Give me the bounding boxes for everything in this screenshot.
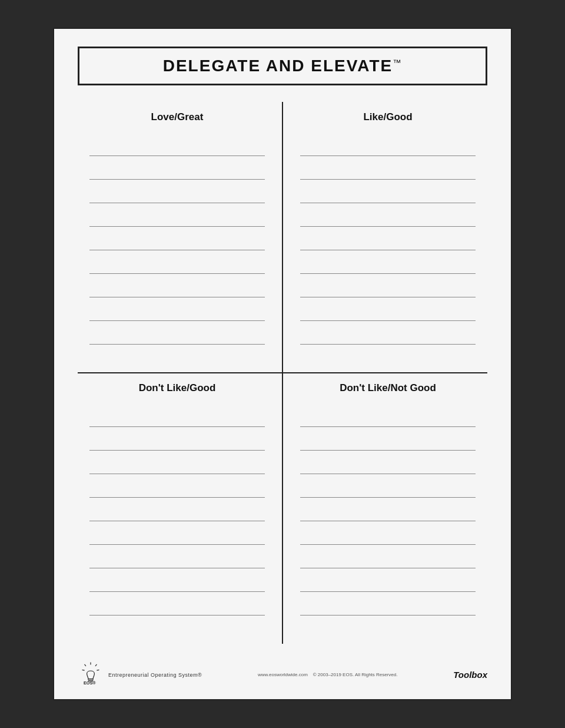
write-line — [89, 546, 265, 568]
svg-line-1 — [95, 664, 97, 666]
footer: EOS® Entrepreneurial Operating System® w… — [78, 657, 487, 687]
write-line — [300, 522, 476, 545]
quadrant-bottom-left-lines — [89, 405, 265, 617]
page: DELEGATE AND ELEVATE™ Love/Great Like/Go… — [53, 28, 512, 700]
quadrant-top-right: Like/Good — [282, 102, 487, 373]
quadrant-container: Love/Great Like/Good — [78, 102, 487, 644]
write-line — [300, 299, 476, 321]
write-line — [89, 228, 265, 250]
write-line — [89, 593, 265, 616]
write-line — [89, 204, 265, 227]
svg-line-2 — [97, 670, 99, 670]
write-line — [89, 452, 265, 474]
write-line — [300, 499, 476, 521]
footer-left: EOS® Entrepreneurial Operating System® — [78, 661, 202, 687]
quadrant-bottom-right-title: Don't Like/Not Good — [300, 382, 476, 394]
write-line — [300, 204, 476, 227]
horizontal-divider — [78, 372, 487, 373]
write-line — [89, 522, 265, 545]
write-line — [300, 428, 476, 451]
write-line — [89, 405, 265, 427]
quadrant-bottom-right-lines — [300, 405, 476, 617]
write-line — [89, 299, 265, 321]
quadrant-top-left-title: Love/Great — [89, 111, 265, 123]
svg-line-3 — [85, 664, 86, 666]
quadrant-bottom-left: Don't Like/Good — [78, 373, 282, 644]
eos-subtitle: Entrepreneurial Operating System® — [108, 672, 202, 678]
write-line — [300, 570, 476, 592]
eos-brand: Entrepreneurial Operating System® — [108, 671, 202, 678]
write-line — [89, 428, 265, 451]
write-line — [89, 157, 265, 180]
write-line — [300, 322, 476, 345]
quadrant-top-left-lines — [89, 134, 265, 346]
page-title: DELEGATE AND ELEVATE™ — [163, 57, 403, 75]
write-line — [300, 405, 476, 427]
write-line — [300, 252, 476, 274]
write-line — [300, 157, 476, 180]
write-line — [300, 546, 476, 568]
svg-text:EOS®: EOS® — [84, 680, 96, 686]
quadrant-bottom-right: Don't Like/Not Good — [282, 373, 487, 644]
write-line — [89, 252, 265, 274]
eos-logo-icon: EOS® — [78, 661, 104, 687]
write-line — [89, 181, 265, 203]
footer-toolbox-label: Toolbox — [453, 670, 487, 680]
write-line — [89, 134, 265, 156]
footer-copyright: © 2003–2019 EOS. All Rights Reserved. — [313, 672, 398, 677]
write-line — [300, 181, 476, 203]
quadrant-top-right-lines — [300, 134, 476, 346]
title-box: DELEGATE AND ELEVATE™ — [78, 47, 487, 85]
svg-line-4 — [82, 670, 85, 670]
write-line — [300, 475, 476, 498]
write-line — [300, 134, 476, 156]
write-line — [300, 228, 476, 250]
quadrant-bottom-left-title: Don't Like/Good — [89, 382, 265, 394]
write-line — [300, 593, 476, 616]
write-line — [89, 499, 265, 521]
footer-website: www.eosworldwide.com — [258, 672, 308, 677]
quadrant-top-right-title: Like/Good — [300, 111, 476, 123]
write-line — [300, 452, 476, 474]
write-line — [89, 322, 265, 345]
footer-center: www.eosworldwide.com © 2003–2019 EOS. Al… — [202, 672, 453, 677]
write-line — [89, 475, 265, 498]
quadrant-top-left: Love/Great — [78, 102, 282, 373]
write-line — [89, 275, 265, 297]
write-line — [300, 275, 476, 297]
write-line — [89, 570, 265, 592]
